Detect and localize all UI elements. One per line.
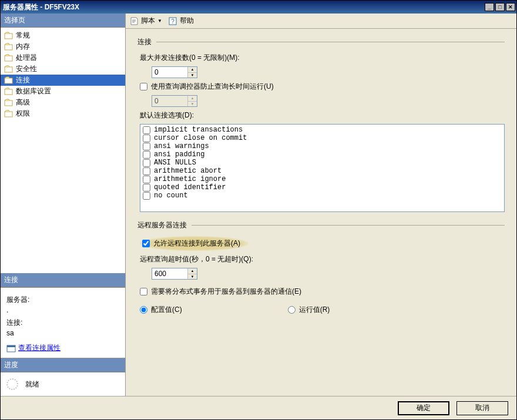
ok-button[interactable]: 确定 (398, 401, 449, 415)
page-icon (4, 76, 14, 85)
connection-option-item[interactable]: cursor close on commit (142, 134, 503, 142)
option-checkbox[interactable] (143, 126, 150, 134)
connection-option-item[interactable]: no count (142, 191, 503, 200)
spin-up-icon[interactable]: ▲ (188, 67, 197, 73)
connection-option-item[interactable]: implicit transactions (142, 126, 503, 134)
help-icon: ? (168, 16, 177, 26)
option-checkbox[interactable] (143, 192, 150, 200)
option-label: implicit transactions (154, 126, 243, 134)
close-button[interactable]: ✕ (506, 3, 515, 11)
allow-remote-label[interactable]: 允许远程连接到此服务器(A) (153, 238, 240, 248)
window-title: 服务器属性 - DF5FV23X (3, 2, 485, 12)
max-connections-input[interactable]: ▲▼ (152, 66, 197, 78)
sidebar-page-label: 处理器 (16, 53, 37, 63)
connections-group-title: 连接 (137, 37, 152, 47)
svg-rect-0 (5, 33, 12, 39)
progress-spinner-icon (6, 378, 18, 390)
option-checkbox[interactable] (143, 135, 150, 142)
sidebar-page-item[interactable]: 安全性 (1, 63, 125, 75)
help-button[interactable]: ? 帮助 (168, 16, 194, 26)
sidebar-page-item[interactable]: 内存 (1, 41, 125, 52)
minimize-button[interactable]: _ (485, 3, 494, 11)
run-value-radio-label[interactable]: 运行值(R) (288, 305, 330, 315)
page-icon (4, 54, 14, 62)
svg-rect-7 (5, 112, 12, 117)
connection-header: 连接 (1, 273, 125, 287)
option-checkbox[interactable] (143, 151, 150, 159)
svg-rect-6 (5, 100, 12, 106)
max-connections-label: 最大并发连接数(0 = 无限制)(M): (140, 53, 505, 63)
svg-rect-2 (5, 56, 12, 61)
spin-up-icon[interactable]: ▲ (188, 268, 197, 274)
option-label: ANSI NULLS (154, 159, 196, 167)
maximize-button[interactable]: □ (495, 3, 505, 11)
distributed-tx-checkbox[interactable] (140, 288, 147, 295)
sidebar-page-label: 数据库设置 (16, 86, 51, 96)
connection-option-item[interactable]: quoted identifier (142, 183, 503, 191)
sidebar: 选择页 常规内存处理器安全性连接数据库设置高级权限 连接 服务器: . 连接: … (1, 14, 126, 396)
window-body: 选择页 常规内存处理器安全性连接数据库设置高级权限 连接 服务器: . 连接: … (1, 14, 516, 419)
distributed-tx-label[interactable]: 需要将分布式事务用于服务器到服务器的通信(E) (151, 287, 301, 297)
option-label: cursor close on commit (154, 134, 247, 142)
conn-value: sa (6, 329, 119, 337)
option-label: no count (154, 191, 188, 200)
connection-option-item[interactable]: arithmetic abort (142, 167, 503, 175)
spin-down-icon[interactable]: ▼ (188, 274, 197, 280)
page-icon (4, 32, 14, 40)
default-options-label: 默认连接选项(D): (140, 110, 505, 120)
toolbar: 脚本 ▼ ? 帮助 (126, 14, 516, 29)
connection-option-item[interactable]: ANSI NULLS (142, 159, 503, 167)
remote-group-title: 远程服务器连接 (137, 220, 187, 230)
option-label: arithmetic abort (154, 167, 221, 175)
connections-group: 连接 最大并发连接数(0 = 无限制)(M): ▲▼ 使用 (137, 37, 505, 212)
sidebar-page-item[interactable]: 高级 (1, 97, 125, 108)
page-tree: 常规内存处理器安全性连接数据库设置高级权限 (1, 30, 125, 119)
script-button[interactable]: 脚本 ▼ (129, 16, 162, 26)
script-icon (129, 16, 139, 26)
server-value: . (6, 306, 119, 314)
config-value-radio[interactable] (140, 306, 147, 314)
allow-remote-checkbox[interactable] (142, 240, 150, 247)
run-value-radio[interactable] (288, 306, 296, 314)
option-checkbox[interactable] (143, 167, 150, 175)
remote-timeout-field[interactable] (152, 268, 187, 279)
option-checkbox[interactable] (143, 176, 150, 183)
help-label: 帮助 (180, 16, 194, 26)
governor-value-field (152, 96, 187, 106)
progress-header: 进度 (1, 358, 125, 372)
sidebar-page-label: 内存 (16, 42, 30, 52)
sidebar-page-item[interactable]: 处理器 (1, 52, 125, 63)
use-governor-label[interactable]: 使用查询调控器防止查询长时间运行(U) (151, 82, 274, 92)
sidebar-page-label: 常规 (16, 31, 30, 41)
dropdown-arrow-icon: ▼ (157, 18, 162, 23)
option-checkbox[interactable] (143, 159, 150, 167)
config-value-radio-label[interactable]: 配置值(C) (140, 305, 182, 315)
option-label: ansi warnings (154, 142, 209, 150)
option-label: quoted identifier (154, 183, 226, 191)
max-connections-field[interactable] (152, 67, 187, 78)
connection-option-item[interactable]: ansi padding (142, 150, 503, 159)
connection-option-item[interactable]: arithmetic ignore (142, 175, 503, 183)
default-options-listbox[interactable]: implicit transactionscursor close on com… (140, 124, 505, 212)
use-governor-checkbox[interactable] (140, 83, 147, 90)
spin-down-icon[interactable]: ▼ (188, 73, 197, 78)
properties-icon (6, 344, 16, 353)
content-pane: 脚本 ▼ ? 帮助 连接 (126, 14, 516, 396)
allow-remote-highlight: 允许远程连接到此服务器(A) (140, 236, 249, 251)
governor-value-input: ▲▼ (152, 95, 197, 107)
remote-timeout-input[interactable]: ▲▼ (152, 268, 197, 280)
page-icon (4, 99, 14, 107)
sidebar-page-item[interactable]: 连接 (1, 75, 125, 86)
script-label: 脚本 (141, 16, 155, 26)
view-connection-properties-link[interactable]: 查看连接属性 (18, 343, 61, 353)
spin-up-icon: ▲ (188, 96, 197, 102)
remote-timeout-label: 远程查询超时值(秒，0 = 无超时)(Q): (140, 254, 505, 264)
sidebar-page-item[interactable]: 数据库设置 (1, 86, 125, 97)
option-checkbox[interactable] (143, 184, 150, 191)
sidebar-page-item[interactable]: 常规 (1, 30, 125, 41)
option-checkbox[interactable] (143, 143, 150, 150)
connection-option-item[interactable]: ansi warnings (142, 142, 503, 150)
window-buttons: _ □ ✕ (485, 3, 515, 11)
cancel-button[interactable]: 取消 (456, 401, 508, 415)
sidebar-page-item[interactable]: 权限 (1, 108, 125, 119)
